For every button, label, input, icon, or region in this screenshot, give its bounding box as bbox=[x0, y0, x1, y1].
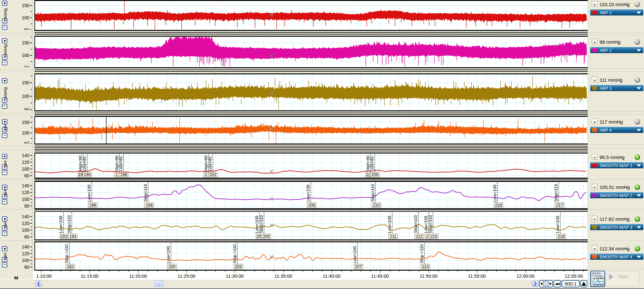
svg-text:200: 200 bbox=[168, 264, 175, 269]
svg-text:205: 205 bbox=[263, 234, 270, 239]
svg-text:2: 2 bbox=[426, 234, 428, 239]
svg-text:Low>95: Low>95 bbox=[82, 156, 87, 171]
svg-text:212: 212 bbox=[416, 234, 423, 239]
svg-text:207: 207 bbox=[355, 264, 362, 269]
svg-text:213: 213 bbox=[422, 264, 429, 269]
svg-text:Low>95: Low>95 bbox=[118, 156, 123, 171]
svg-text:203: 203 bbox=[235, 264, 242, 269]
svg-text:Low<100: Low<100 bbox=[492, 185, 497, 202]
svg-text:Stop>110: Stop>110 bbox=[554, 184, 558, 202]
svg-text:192: 192 bbox=[67, 264, 74, 269]
svg-text:19: 19 bbox=[78, 172, 82, 177]
svg-text:Low<100: Low<100 bbox=[352, 246, 357, 263]
svg-text:206: 206 bbox=[308, 203, 315, 208]
svg-text:199: 199 bbox=[146, 203, 153, 208]
svg-text:Low<100: Low<100 bbox=[387, 216, 392, 233]
svg-text:198: 198 bbox=[120, 172, 127, 177]
svg-text:Stop >110: Stop >110 bbox=[419, 244, 424, 263]
svg-text:Low<100: Low<100 bbox=[306, 185, 310, 202]
svg-text:Low<100: Low<100 bbox=[58, 216, 63, 233]
svg-text:2: 2 bbox=[205, 172, 207, 177]
svg-text:217: 217 bbox=[556, 203, 563, 208]
svg-text:Stop>110: Stop>110 bbox=[67, 215, 71, 233]
svg-text:Stop >110: Stop >110 bbox=[64, 244, 69, 263]
svg-text:Low<100: Low<100 bbox=[423, 216, 428, 233]
svg-text:193: 193 bbox=[69, 234, 76, 239]
svg-text:216: 216 bbox=[495, 203, 502, 208]
svg-text:218: 218 bbox=[558, 234, 565, 239]
svg-text:210: 210 bbox=[373, 203, 380, 208]
svg-text:20: 20 bbox=[257, 234, 261, 239]
svg-text:Low<100: Low<100 bbox=[254, 216, 259, 233]
svg-text:Stop >110: Stop >110 bbox=[232, 244, 237, 263]
svg-text:2(: 2( bbox=[366, 172, 370, 177]
svg-text:Stop>110: Stop>110 bbox=[370, 184, 375, 202]
svg-text:Low<100: Low<100 bbox=[555, 216, 560, 233]
svg-text:Low>95: Low>95 bbox=[208, 156, 213, 171]
svg-text:Low>95: Low>95 bbox=[370, 156, 374, 171]
svg-text:Stop>110: Stop>110 bbox=[259, 215, 264, 233]
svg-text:211: 211 bbox=[390, 234, 397, 239]
svg-text:1: 1 bbox=[116, 172, 118, 177]
svg-text:Stop>110: Stop>110 bbox=[428, 215, 433, 233]
svg-text:Stop>110: Stop>110 bbox=[143, 184, 148, 202]
svg-text:Low<100: Low<100 bbox=[87, 185, 91, 202]
svg-text:195: 195 bbox=[84, 172, 91, 177]
svg-text:209: 209 bbox=[371, 172, 378, 177]
svg-text:191: 191 bbox=[60, 234, 67, 239]
svg-text:196: 196 bbox=[89, 203, 96, 208]
svg-text:Low<100: Low<100 bbox=[166, 246, 171, 263]
svg-text:Stop>110: Stop>110 bbox=[413, 215, 418, 233]
svg-text:202: 202 bbox=[209, 172, 216, 177]
svg-text:215: 215 bbox=[430, 234, 437, 239]
